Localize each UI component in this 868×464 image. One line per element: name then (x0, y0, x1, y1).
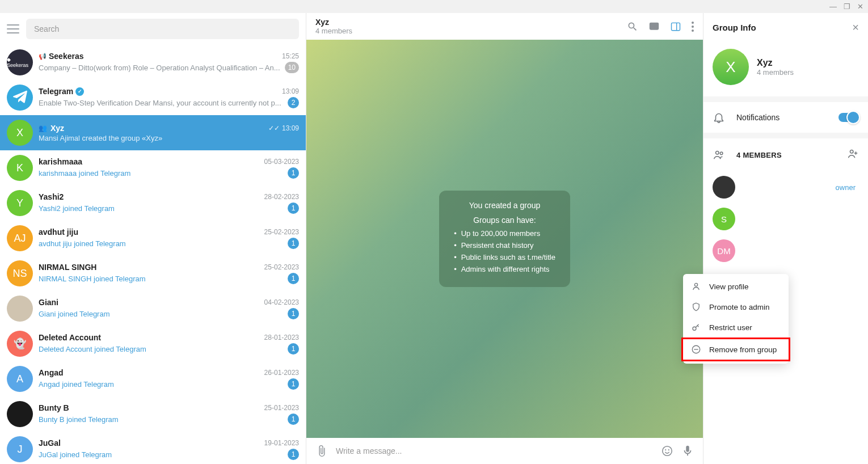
group-name: Xyz (757, 58, 794, 68)
voice-record-icon[interactable] (681, 445, 694, 457)
sidepanel-icon[interactable] (670, 21, 681, 32)
chat-time: 28-02-2023 (264, 193, 299, 201)
chat-item[interactable]: K karishmaaa 05-03-2023 karishmaaa joine… (0, 150, 306, 185)
chat-name: 👥 Xyz (39, 124, 64, 133)
unread-badge: 1 (288, 273, 299, 284)
svg-point-4 (665, 449, 666, 450)
chat-item[interactable]: X 👥 Xyz ✓✓13:09 Mansi Ajimal created the… (0, 115, 306, 150)
unread-badge: 1 (288, 378, 299, 390)
chat-item[interactable]: ◆ Seekeras 📢 Seekeras 15:25 Company – Di… (0, 45, 306, 80)
chat-avatar: AJ (7, 225, 33, 251)
unread-badge: 1 (288, 308, 299, 319)
svg-point-5 (668, 449, 669, 450)
chat-avatar: X (7, 120, 33, 146)
card-bullet: Up to 200,000 members (454, 229, 555, 238)
profile-icon (691, 281, 701, 292)
chat-preview: Deleted Account joined Telegram (39, 345, 283, 353)
search-input[interactable] (26, 19, 299, 39)
conversation-subtitle: 4 members (315, 27, 627, 35)
chat-time: ✓✓13:09 (268, 124, 299, 132)
chat-item[interactable]: Telegram 13:09 Enable Two-Step Verificat… (0, 80, 306, 115)
chat-time: 28-01-2023 (264, 334, 299, 341)
chat-avatar: A (7, 366, 33, 392)
search-icon[interactable] (627, 21, 638, 32)
ctx-view-profile[interactable]: View profile (683, 276, 789, 297)
chat-preview: karishmaaa joined Telegram (39, 169, 283, 178)
chat-item[interactable]: A Angad 26-01-2023 Angad joined Telegram… (0, 361, 306, 396)
member-avatar: S (713, 208, 735, 230)
chat-time: 05-03-2023 (264, 158, 299, 166)
chat-avatar (7, 85, 33, 111)
notifications-row[interactable]: Notifications (703, 102, 868, 133)
svg-point-3 (663, 446, 672, 456)
chat-name: Bunty B (39, 403, 69, 412)
unread-badge: 1 (288, 238, 299, 249)
chat-time: 13:09 (282, 87, 299, 95)
chat-avatar: J (7, 436, 33, 462)
member-item[interactable]: owner (708, 171, 863, 203)
svg-point-9 (694, 283, 697, 286)
svg-point-6 (716, 151, 719, 155)
menu-icon[interactable] (7, 24, 19, 33)
members-count-label: 4 MEMBERS (736, 151, 835, 159)
chat-time: 04-02-2023 (264, 298, 299, 306)
chat-time: 19-01-2023 (264, 439, 299, 447)
chat-item[interactable]: 👻 Deleted Account 28-01-2023 Deleted Acc… (0, 326, 306, 361)
members-icon (713, 149, 725, 161)
chat-name: NIRMAL SINGH (39, 263, 96, 272)
svg-point-10 (693, 327, 696, 330)
chat-avatar: K (7, 155, 33, 181)
chat-time: 26-01-2023 (264, 369, 299, 377)
chat-name: Giani (39, 298, 58, 307)
chat-preview: avdhut jiju joined Telegram (39, 239, 283, 248)
emoji-icon[interactable] (661, 445, 673, 457)
chat-preview: Enable Two-Step Verification Dear Mansi,… (39, 99, 283, 107)
member-item[interactable]: S (708, 203, 863, 235)
message-input[interactable] (336, 446, 653, 455)
more-icon[interactable] (692, 22, 694, 32)
chat-item[interactable]: Y Yashi2 28-02-2023 Yashi2 joined Telegr… (0, 185, 306, 221)
chat-item[interactable]: Giani 04-02-2023 Giani joined Telegram 1 (0, 291, 306, 326)
attach-icon[interactable] (315, 445, 328, 457)
member-list: ownerSDM (703, 171, 868, 267)
chat-avatar (7, 296, 33, 322)
key-icon (691, 322, 701, 332)
card-heading: You created a group (454, 201, 555, 210)
window-maximize[interactable]: ❐ (844, 2, 850, 11)
chat-preview: Mansi Ajimal created the group «Xyz» (39, 134, 294, 142)
message-composer (306, 438, 703, 464)
group-info-panel: Group Info × X Xyz 4 members Notificatio… (703, 13, 868, 464)
voice-chat-icon[interactable] (648, 21, 660, 32)
chat-item[interactable]: AJ avdhut jiju 25-02-2023 avdhut jiju jo… (0, 221, 306, 256)
member-item[interactable]: DM (708, 235, 863, 267)
add-member-icon[interactable] (846, 147, 859, 162)
chat-preview: Angad joined Telegram (39, 380, 283, 389)
bell-icon (713, 111, 725, 124)
svg-point-7 (720, 152, 723, 155)
window-titlebar: — ❐ ✕ (0, 0, 868, 13)
card-bullet: Persistent chat history (454, 241, 555, 250)
chat-item[interactable]: NS NIRMAL SINGH 25-02-2023 NIRMAL SINGH … (0, 256, 306, 291)
ctx-remove-from-group[interactable]: Remove from group (681, 338, 790, 361)
unread-badge: 1 (288, 203, 299, 214)
notifications-toggle[interactable] (838, 113, 859, 122)
group-summary[interactable]: X Xyz 4 members (703, 42, 868, 96)
chat-item[interactable]: J JuGal 19-01-2023 JuGal joined Telegram… (0, 432, 306, 464)
ctx-restrict-user[interactable]: Restrict user (683, 317, 789, 338)
unread-badge: 10 (285, 62, 299, 73)
ctx-promote-admin[interactable]: Promote to admin (683, 297, 789, 317)
chat-name: JuGal (39, 438, 61, 448)
unread-badge: 1 (288, 449, 299, 460)
chat-name: avdhut jiju (39, 227, 78, 237)
conversation-title[interactable]: Xyz (315, 18, 627, 27)
window-close[interactable]: ✕ (857, 2, 863, 11)
chat-avatar: 👻 (7, 331, 33, 357)
chat-time: 15:25 (282, 52, 299, 60)
close-icon[interactable]: × (852, 21, 859, 34)
unread-badge: 1 (288, 414, 299, 425)
chat-item[interactable]: Bunty B 25-01-2023 Bunty B joined Telegr… (0, 396, 306, 432)
chat-list: ◆ Seekeras 📢 Seekeras 15:25 Company – Di… (0, 45, 306, 464)
window-minimize[interactable]: — (829, 2, 837, 11)
notifications-label: Notifications (736, 113, 827, 122)
member-context-menu: View profile Promote to admin Restrict u… (683, 274, 789, 364)
